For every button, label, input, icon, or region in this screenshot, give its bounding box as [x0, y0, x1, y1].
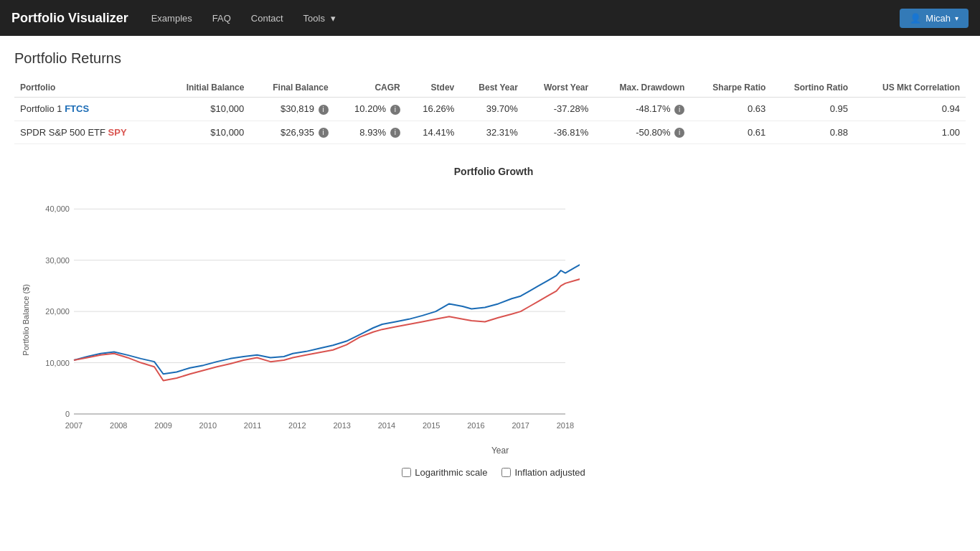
svg-text:2013: 2013 [333, 421, 350, 430]
cell-sharpe-ratio: 0.63 [690, 98, 771, 121]
user-caret-icon: ▾ [955, 14, 958, 22]
svg-text:2015: 2015 [423, 421, 440, 430]
info-icon[interactable]: i [390, 128, 400, 138]
svg-text:40,000: 40,000 [45, 204, 70, 213]
cell-final-balance: $30,819 i [250, 98, 334, 121]
cell-sortino-ratio: 0.88 [771, 121, 854, 144]
info-icon[interactable]: i [674, 105, 684, 115]
returns-table: Portfolio Initial Balance Final Balance … [14, 78, 966, 144]
col-best-year: Best Year [460, 78, 524, 98]
cell-cagr: 10.20% i [334, 98, 406, 121]
inflation-label: Inflation adjusted [514, 467, 585, 478]
table-header-row: Portfolio Initial Balance Final Balance … [14, 78, 966, 98]
info-icon[interactable]: i [319, 105, 329, 115]
main-content: Portfolio Returns Portfolio Initial Bala… [0, 36, 980, 492]
inflation-option[interactable]: Inflation adjusted [501, 467, 585, 478]
svg-text:2007: 2007 [65, 421, 83, 430]
cell-us-mkt-corr: 0.94 [854, 98, 966, 121]
log-scale-label: Logarithmic scale [415, 467, 487, 478]
cell-worst-year: -37.28% [524, 98, 594, 121]
svg-text:2012: 2012 [288, 421, 306, 430]
col-us-mkt-correlation: US Mkt Correlation [854, 78, 966, 98]
page-title: Portfolio Returns [14, 50, 966, 67]
svg-text:2018: 2018 [557, 421, 574, 430]
col-max-drawdown: Max. Drawdown [594, 78, 690, 98]
col-stdev: Stdev [406, 78, 461, 98]
cell-max-drawdown: -50.80% i [594, 121, 690, 144]
cell-sharpe-ratio: 0.61 [690, 121, 771, 144]
info-icon[interactable]: i [390, 105, 400, 115]
cell-worst-year: -36.81% [524, 121, 594, 144]
user-menu-button[interactable]: 👤 Micah ▾ [900, 9, 969, 28]
table-row: SPDR S&P 500 ETF SPY $10,000 $26,935 i 8… [14, 121, 966, 144]
nav-tools-dropdown[interactable]: Tools ▾ [295, 7, 344, 29]
inflation-checkbox[interactable] [501, 468, 511, 477]
y-axis-label: Portfolio Balance ($) [22, 284, 30, 356]
chart-area: 010,00020,00030,00040,000200720082009201… [34, 184, 966, 456]
chart-options: Logarithmic scale Inflation adjusted [22, 467, 966, 478]
svg-text:2017: 2017 [512, 421, 529, 430]
svg-text:2009: 2009 [154, 421, 171, 430]
cell-max-drawdown: -48.17% i [594, 98, 690, 121]
chart-wrapper: Portfolio Balance ($) 010,00020,00030,00… [22, 184, 966, 456]
cell-best-year: 32.31% [460, 121, 524, 144]
user-label: Micah [925, 13, 951, 24]
nav-links: Examples FAQ Contact Tools ▾ [143, 7, 900, 29]
ticker-badge: FTCS [65, 103, 89, 114]
svg-text:20,000: 20,000 [45, 307, 70, 316]
cell-initial-balance: $10,000 [163, 121, 250, 144]
x-axis-label: Year [34, 446, 966, 456]
cell-us-mkt-corr: 1.00 [854, 121, 966, 144]
nav-examples[interactable]: Examples [143, 7, 201, 29]
portfolio-growth-chart: 010,00020,00030,00040,000200720082009201… [34, 184, 580, 443]
cell-final-balance: $26,935 i [250, 121, 334, 144]
cell-cagr: 8.93% i [334, 121, 406, 144]
cell-best-year: 39.70% [460, 98, 524, 121]
tools-caret-icon: ▾ [331, 13, 336, 24]
log-scale-checkbox[interactable] [402, 468, 411, 477]
col-initial-balance: Initial Balance [163, 78, 250, 98]
cell-stdev: 16.26% [406, 98, 461, 121]
log-scale-option[interactable]: Logarithmic scale [402, 467, 487, 478]
brand-logo[interactable]: Portfolio Visualizer [11, 11, 128, 26]
user-icon: 👤 [910, 13, 921, 24]
cell-portfolio: Portfolio 1 FTCS [14, 98, 163, 121]
svg-text:2011: 2011 [244, 421, 261, 430]
col-sortino-ratio: Sortino Ratio [771, 78, 854, 98]
svg-text:30,000: 30,000 [45, 256, 70, 265]
col-worst-year: Worst Year [524, 78, 594, 98]
cell-portfolio: SPDR S&P 500 ETF SPY [14, 121, 163, 144]
table-row: Portfolio 1 FTCS $10,000 $30,819 i 10.20… [14, 98, 966, 121]
col-final-balance: Final Balance [250, 78, 334, 98]
col-cagr: CAGR [334, 78, 406, 98]
col-portfolio: Portfolio [14, 78, 163, 98]
cell-initial-balance: $10,000 [163, 98, 250, 121]
chart-title: Portfolio Growth [22, 166, 966, 177]
chart-section: Portfolio Growth Portfolio Balance ($) 0… [22, 166, 966, 478]
cell-stdev: 14.41% [406, 121, 461, 144]
cell-sortino-ratio: 0.95 [771, 98, 854, 121]
svg-text:0: 0 [65, 410, 70, 418]
info-icon[interactable]: i [319, 128, 329, 138]
svg-text:2008: 2008 [110, 421, 127, 430]
ticker-badge: SPY [108, 127, 127, 138]
svg-text:2014: 2014 [378, 421, 395, 430]
svg-text:2010: 2010 [199, 421, 217, 430]
svg-text:10,000: 10,000 [45, 359, 70, 367]
nav-contact[interactable]: Contact [242, 7, 292, 29]
col-sharpe-ratio: Sharpe Ratio [690, 78, 771, 98]
nav-faq[interactable]: FAQ [204, 7, 240, 29]
navbar: Portfolio Visualizer Examples FAQ Contac… [0, 0, 980, 36]
info-icon[interactable]: i [674, 128, 684, 138]
svg-text:2016: 2016 [467, 421, 484, 430]
